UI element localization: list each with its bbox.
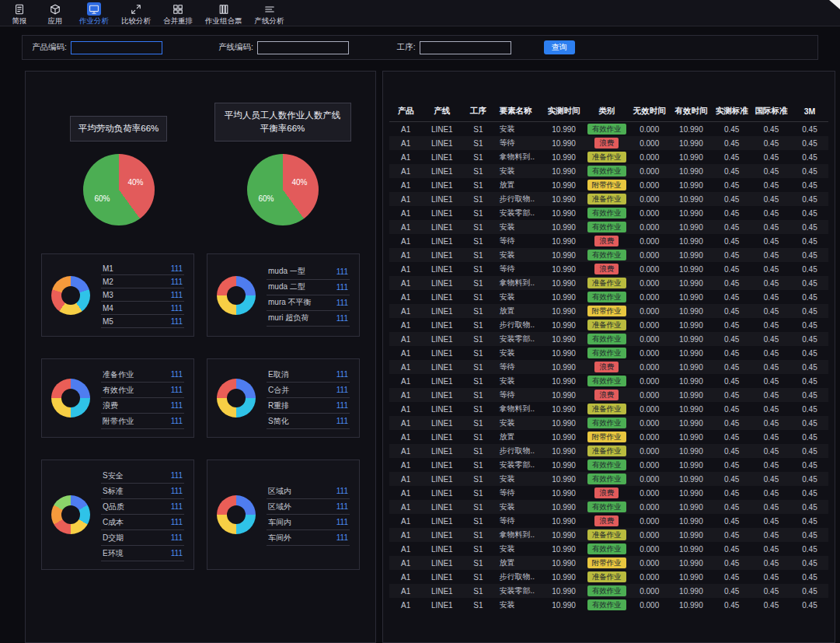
table-cell: A1 xyxy=(389,248,422,262)
legend-value: 111 xyxy=(336,401,348,410)
legend-item[interactable]: E环境111 xyxy=(101,546,184,561)
legend-item[interactable]: M5111 xyxy=(101,315,184,328)
legend-item[interactable]: 准备作业111 xyxy=(101,367,184,383)
table-cell: 0.45 xyxy=(751,164,791,178)
process-input[interactable] xyxy=(420,41,511,54)
legend-item[interactable]: mura 不平衡111 xyxy=(267,295,350,311)
table-row[interactable]: A1LINE1S1安装10.990有效作业0.00010.9900.450.45… xyxy=(389,542,828,556)
legend-item[interactable]: C合并111 xyxy=(267,383,350,398)
table-row[interactable]: A1LINE1S1步行取物..10.990准备作业0.00010.9900.45… xyxy=(389,444,828,458)
legend-item[interactable]: 浪费111 xyxy=(101,398,184,414)
table-row[interactable]: A1LINE1S1放置10.990附带作业0.00010.9900.450.45… xyxy=(389,178,828,192)
legend-item[interactable]: E取消111 xyxy=(267,367,350,383)
legend-item[interactable]: S安全111 xyxy=(101,468,184,484)
element-name-cell: 安装零部.. xyxy=(495,206,543,220)
table-cell: 10.990 xyxy=(671,444,713,458)
nav-item-briefing[interactable]: 简报 xyxy=(5,2,34,27)
table-row[interactable]: A1LINE1S1步行取物..10.990准备作业0.00010.9900.45… xyxy=(389,192,828,206)
legend-item[interactable]: C成本111 xyxy=(101,515,184,530)
table-row[interactable]: A1LINE1S1步行取物..10.990准备作业0.00010.9900.45… xyxy=(389,570,828,584)
table-row[interactable]: A1LINE1S1放置10.990附带作业0.00010.9900.450.45… xyxy=(389,556,828,570)
table-cell: 10.990 xyxy=(671,430,713,444)
table-row[interactable]: A1LINE1S1安装10.990有效作业0.00010.9900.450.45… xyxy=(389,290,828,304)
table-cell: 10.990 xyxy=(671,290,713,304)
legend-item[interactable]: 车间外111 xyxy=(267,530,350,546)
table-cell: S1 xyxy=(462,122,494,137)
table-cell: 10.990 xyxy=(543,248,585,262)
legend-item[interactable]: M3111 xyxy=(101,288,184,302)
legend-item[interactable]: S简化111 xyxy=(267,414,350,429)
table-cell: LINE1 xyxy=(422,500,462,514)
table-cell: LINE1 xyxy=(422,248,462,262)
table-row[interactable]: A1LINE1S1安装10.990有效作业0.00010.9900.450.45… xyxy=(389,220,828,234)
legend-item[interactable]: muda 一型111 xyxy=(267,264,350,280)
legend-item[interactable]: M2111 xyxy=(101,275,184,288)
nav-item-compare-analysis[interactable]: 比较分析 xyxy=(118,2,154,27)
legend-label: M3 xyxy=(103,291,113,299)
legend-item[interactable]: 车间内111 xyxy=(267,515,350,530)
table-row[interactable]: A1LINE1S1安装零部..10.990有效作业0.00010.9900.45… xyxy=(389,584,828,598)
legend-item[interactable]: 附带作业111 xyxy=(101,414,184,429)
legend-value: 111 xyxy=(171,401,183,410)
table-row[interactable]: A1LINE1S1安装10.990有效作业0.00010.9900.450.45… xyxy=(389,500,828,514)
nav-item-line-analysis[interactable]: 产线分析 xyxy=(252,2,288,27)
table-cell: 10.990 xyxy=(543,458,585,472)
nav-item-application[interactable]: 应用 xyxy=(40,2,70,27)
legend-item[interactable]: muda 二型111 xyxy=(267,280,350,295)
table-row[interactable]: A1LINE1S1安装10.990有效作业0.00010.9900.450.45… xyxy=(389,248,828,262)
table-row[interactable]: A1LINE1S1拿物料到..10.990准备作业0.00010.9900.45… xyxy=(389,276,828,290)
legend-item[interactable]: 区域外111 xyxy=(267,499,350,515)
table-row[interactable]: A1LINE1S1拿物料到..10.990准备作业0.00010.9900.45… xyxy=(389,402,828,416)
table-row[interactable]: A1LINE1S1安装10.990有效作业0.00010.9900.450.45… xyxy=(389,598,828,612)
product-code-input[interactable] xyxy=(71,41,162,54)
table-row[interactable]: A1LINE1S1安装零部..10.990有效作业0.00010.9900.45… xyxy=(389,458,828,472)
table-row[interactable]: A1LINE1S1等待10.990浪费0.00010.9900.450.450.… xyxy=(389,136,828,150)
table-row[interactable]: A1LINE1S1安装10.990有效作业0.00010.9900.450.45… xyxy=(389,122,828,137)
legend-item[interactable]: M4111 xyxy=(101,302,184,315)
table-row[interactable]: A1LINE1S1安装10.990有效作业0.00010.9900.450.45… xyxy=(389,472,828,486)
table-row[interactable]: A1LINE1S1等待10.990浪费0.00010.9900.450.450.… xyxy=(389,262,828,276)
table-row[interactable]: A1LINE1S1等待10.990浪费0.00010.9900.450.450.… xyxy=(389,388,828,402)
product-code-group: 产品编码: xyxy=(32,41,162,54)
line-code-input[interactable] xyxy=(257,41,349,54)
table-cell: 0.000 xyxy=(629,528,671,542)
legend-item[interactable]: S标准111 xyxy=(101,484,184,499)
nav-item-merge-rearrange[interactable]: 合并重排 xyxy=(160,2,196,27)
table-row[interactable]: A1LINE1S1安装10.990有效作业0.00010.9900.450.45… xyxy=(389,416,828,430)
table-cell: LINE1 xyxy=(422,416,462,430)
category-badge: 有效作业 xyxy=(587,166,626,176)
table-row[interactable]: A1LINE1S1安装零部..10.990有效作业0.00010.9900.45… xyxy=(389,206,828,220)
element-name-cell: 拿物料到.. xyxy=(495,276,543,290)
table-cell: 10.990 xyxy=(671,416,713,430)
table-cell: A1 xyxy=(389,122,422,137)
legend-item[interactable]: 有效作业111 xyxy=(101,383,184,398)
table-row[interactable]: A1LINE1S1等待10.990浪费0.00010.9900.450.450.… xyxy=(389,486,828,500)
table-row[interactable]: A1LINE1S1等待10.990浪费0.00010.9900.450.450.… xyxy=(389,514,828,528)
query-button[interactable]: 查询 xyxy=(544,40,575,54)
table-row[interactable]: A1LINE1S1等待10.990浪费0.00010.9900.450.450.… xyxy=(389,234,828,248)
table-row[interactable]: A1LINE1S1拿物料到..10.990准备作业0.00010.9900.45… xyxy=(389,528,828,542)
nav-item-job-combination-ticket[interactable]: 作业组合票 xyxy=(202,2,246,27)
table-cell: 0.45 xyxy=(712,220,751,234)
table-cell: LINE1 xyxy=(422,122,462,137)
table-cell: 10.990 xyxy=(543,402,585,416)
legend-item[interactable]: R重排111 xyxy=(267,398,350,414)
legend-item[interactable]: muri 超负荷111 xyxy=(267,311,350,327)
table-row[interactable]: A1LINE1S1放置10.990附带作业0.00010.9900.450.45… xyxy=(389,304,828,318)
legend-item[interactable]: D交期111 xyxy=(101,530,184,546)
table-row[interactable]: A1LINE1S1安装10.990有效作业0.00010.9900.450.45… xyxy=(389,346,828,360)
table-row[interactable]: A1LINE1S1安装10.990有效作业0.00010.9900.450.45… xyxy=(389,164,828,178)
table-row[interactable]: A1LINE1S1步行取物..10.990准备作业0.00010.9900.45… xyxy=(389,318,828,332)
legend-label: S标准 xyxy=(103,486,124,497)
table-row[interactable]: A1LINE1S1安装10.990有效作业0.00010.9900.450.45… xyxy=(389,374,828,388)
table-row[interactable]: A1LINE1S1安装零部..10.990有效作业0.00010.9900.45… xyxy=(389,332,828,346)
table-cell: 10.990 xyxy=(671,472,713,486)
table-row[interactable]: A1LINE1S1等待10.990浪费0.00010.9900.450.450.… xyxy=(389,360,828,374)
table-row[interactable]: A1LINE1S1放置10.990附带作业0.00010.9900.450.45… xyxy=(389,430,828,444)
legend-item[interactable]: Q品质111 xyxy=(101,499,184,515)
legend-item[interactable]: 区域内111 xyxy=(267,484,350,499)
table-cell: A1 xyxy=(389,262,422,276)
legend-item[interactable]: M1111 xyxy=(101,262,184,275)
table-row[interactable]: A1LINE1S1拿物料到..10.990准备作业0.00010.9900.45… xyxy=(389,150,828,164)
nav-item-job-analysis[interactable]: 作业分析 xyxy=(76,2,112,27)
